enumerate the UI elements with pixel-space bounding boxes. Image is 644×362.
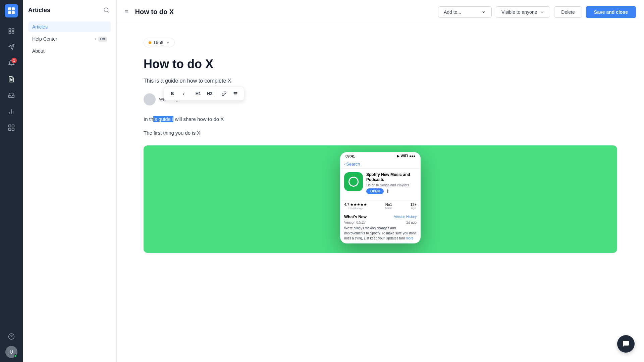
rank-detail: No1 Music: [385, 202, 392, 210]
add-to-button[interactable]: Add to...: [438, 6, 492, 18]
app-open-button[interactable]: OPEN: [366, 188, 384, 194]
app-actions: OPEN ⬆: [366, 188, 417, 194]
apps-grid-icon[interactable]: [5, 121, 18, 134]
draft-dot: [149, 41, 151, 44]
app-rating-row: 4.7 ★★★★★ 1.7M Ratings No1 Music 12+ Age: [340, 200, 421, 212]
whats-new-header: What's New Version History: [344, 215, 417, 219]
toolbar-link-button[interactable]: [219, 89, 229, 98]
version-row: Version 8.5.27 2d ago: [344, 221, 417, 224]
highlighted-text: is guide I: [153, 116, 173, 122]
svg-rect-1: [12, 7, 15, 10]
more-link[interactable]: more: [406, 236, 414, 240]
hamburger-icon[interactable]: ≡: [125, 8, 128, 15]
svg-rect-16: [12, 125, 14, 127]
reports-icon[interactable]: [5, 105, 18, 118]
sidebar-item-about[interactable]: About: [28, 46, 111, 56]
avatar-online-dot: [14, 354, 17, 358]
article-body-line1[interactable]: In this guide I will share how to do X: [144, 115, 617, 124]
inbox-icon[interactable]: [5, 89, 18, 102]
rating-detail: 4.7 ★★★★★ 1.7M Ratings: [344, 202, 367, 210]
whats-new-section: What's New Version History Version 8.5.2…: [340, 212, 421, 243]
chat-bubble-button[interactable]: [617, 335, 635, 353]
editor-area[interactable]: Draft ▼ How to do X This is a guide on h…: [117, 24, 644, 362]
article-subtitle[interactable]: This is a guide on how to complete X: [144, 77, 617, 85]
sidebar-title: Articles: [28, 7, 50, 14]
icon-bar: 1 U: [0, 0, 23, 362]
chevron-right-icon: ›: [95, 37, 96, 41]
notification-icon[interactable]: 1: [5, 56, 18, 70]
author-row: Written by Sarah Jonas ▼ B i H1 H2: [144, 93, 617, 105]
share-icon[interactable]: ⬆: [386, 188, 390, 194]
save-close-button[interactable]: Save and close: [586, 6, 636, 18]
svg-point-21: [104, 8, 108, 12]
svg-rect-0: [8, 7, 11, 10]
version-history-link[interactable]: Version History: [394, 215, 417, 219]
sidebar-item-help-center[interactable]: Help Center › Off: [28, 34, 111, 44]
toolbar-divider-2: [217, 90, 217, 97]
article-title[interactable]: How to do X: [144, 57, 617, 71]
help-center-toggle[interactable]: Off: [98, 37, 107, 42]
svg-rect-18: [12, 128, 14, 131]
draft-chevron-icon: ▼: [166, 41, 170, 45]
svg-rect-6: [9, 32, 11, 34]
article-body-line2[interactable]: The first thing you do is X: [144, 129, 617, 137]
app-card-header: Spotify New Music and Podcasts Listen to…: [344, 172, 417, 194]
age-detail: 12+ Age: [410, 202, 417, 210]
draft-badge[interactable]: Draft ▼: [144, 38, 175, 47]
sidebar-search-icon[interactable]: [102, 5, 111, 15]
phone-nav-bar: ‹ Search: [340, 160, 421, 169]
phone-status-icons: ▶WiFi●●●: [397, 154, 415, 158]
svg-rect-5: [12, 29, 14, 31]
toolbar-divider-1: [191, 90, 191, 97]
app-logo[interactable]: [5, 4, 18, 17]
send-icon[interactable]: [5, 40, 18, 54]
user-avatar[interactable]: U: [5, 346, 17, 358]
svg-rect-2: [8, 11, 11, 14]
toolbar-italic-button[interactable]: i: [179, 89, 189, 98]
nav-grid-icon[interactable]: [5, 24, 18, 38]
svg-rect-7: [12, 32, 14, 34]
phone-status-bar: 09:41 ▶WiFi●●●: [340, 152, 421, 160]
toolbar-align-button[interactable]: [230, 89, 240, 98]
sidebar: Articles Articles Help Center › Off Abou…: [23, 0, 117, 362]
help-icon[interactable]: [5, 330, 18, 343]
phone-back-button[interactable]: ‹ Search: [344, 162, 360, 167]
toolbar-bold-button[interactable]: B: [167, 89, 177, 98]
svg-rect-15: [9, 125, 11, 127]
toolbar-h1-button[interactable]: H1: [193, 89, 203, 98]
page-title: How to do X: [135, 8, 433, 16]
app-card: Spotify New Music and Podcasts Listen to…: [340, 169, 421, 200]
notification-badge: 1: [11, 58, 17, 63]
author-avatar: [144, 93, 156, 105]
sidebar-item-articles[interactable]: Articles: [28, 21, 111, 32]
delete-button[interactable]: Delete: [554, 6, 582, 18]
svg-rect-4: [9, 29, 11, 31]
text-toolbar: B i H1 H2: [164, 87, 244, 101]
image-block: 09:41 ▶WiFi●●● ‹ Search: [144, 145, 617, 253]
toolbar-h2-button[interactable]: H2: [205, 89, 215, 98]
svg-rect-17: [9, 128, 11, 131]
app-info: Spotify New Music and Podcasts Listen to…: [366, 172, 417, 194]
visibility-button[interactable]: Visible to anyone: [496, 6, 550, 18]
main-area: ≡ How to do X Add to... Visible to anyon…: [117, 0, 644, 362]
topbar: ≡ How to do X Add to... Visible to anyon…: [117, 0, 644, 24]
svg-line-22: [107, 11, 108, 12]
phone-mockup: 09:41 ▶WiFi●●● ‹ Search: [340, 152, 421, 243]
whats-new-text: We're always making changes and improvem…: [344, 226, 417, 241]
sidebar-nav: Articles Help Center › Off About: [28, 21, 111, 56]
spotify-app-icon: [344, 172, 363, 191]
article-icon[interactable]: [5, 73, 18, 86]
sidebar-header: Articles: [28, 5, 111, 15]
svg-rect-3: [12, 11, 15, 14]
topbar-actions: Add to... Visible to anyone Delete Save …: [438, 6, 636, 18]
